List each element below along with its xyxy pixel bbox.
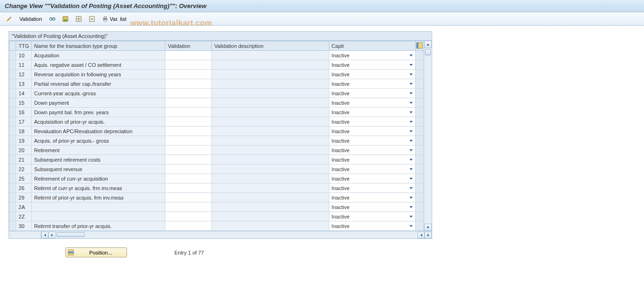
cell-validation[interactable] xyxy=(165,98,212,108)
col-desc[interactable]: Validation description xyxy=(212,41,329,51)
dropdown-arrow-icon[interactable] xyxy=(408,109,414,115)
row-selector[interactable] xyxy=(9,98,16,108)
row-selector[interactable] xyxy=(9,79,16,89)
cell-validation[interactable] xyxy=(165,146,212,155)
dropdown-arrow-icon[interactable] xyxy=(408,194,414,201)
scroll-thumb[interactable] xyxy=(425,49,431,55)
row-selector[interactable] xyxy=(9,212,16,221)
cell-validation[interactable] xyxy=(165,79,212,89)
row-selector[interactable] xyxy=(9,221,16,231)
select-all-button[interactable] xyxy=(73,14,84,24)
cell-capit[interactable]: Inactive xyxy=(329,212,415,221)
dropdown-arrow-icon[interactable] xyxy=(408,128,414,134)
col-validation[interactable]: Validation xyxy=(165,41,212,51)
hscroll-thumb[interactable] xyxy=(56,232,85,237)
dropdown-arrow-icon[interactable] xyxy=(408,90,414,96)
row-selector[interactable] xyxy=(9,108,16,117)
scroll-right-button[interactable] xyxy=(425,232,432,238)
cell-capit[interactable]: Inactive xyxy=(329,127,415,136)
scroll-right-near-button[interactable] xyxy=(48,232,55,238)
other-entry-button[interactable] xyxy=(46,14,58,24)
horizontal-scrollbar[interactable] xyxy=(9,231,432,238)
col-capit[interactable]: Capit xyxy=(329,41,415,51)
row-selector[interactable] xyxy=(9,60,16,70)
scroll-up-button[interactable] xyxy=(424,41,432,48)
cell-capit[interactable]: Inactive xyxy=(329,155,415,164)
dropdown-arrow-icon[interactable] xyxy=(408,156,414,163)
dropdown-arrow-icon[interactable] xyxy=(408,223,414,229)
cell-capit[interactable]: Inactive xyxy=(329,98,415,108)
cell-capit[interactable]: Inactive xyxy=(329,174,415,183)
dropdown-arrow-icon[interactable] xyxy=(408,175,414,182)
dropdown-arrow-icon[interactable] xyxy=(408,166,414,172)
dropdown-arrow-icon[interactable] xyxy=(408,147,414,153)
cell-capit[interactable]: Inactive xyxy=(329,89,415,98)
validation-button[interactable]: Validation xyxy=(17,14,45,24)
dropdown-arrow-icon[interactable] xyxy=(408,185,414,191)
dropdown-arrow-icon[interactable] xyxy=(408,119,414,125)
cell-validation[interactable] xyxy=(165,60,212,70)
cell-validation[interactable] xyxy=(165,155,212,164)
cell-validation[interactable] xyxy=(165,51,212,60)
save-button[interactable] xyxy=(60,14,71,24)
row-selector[interactable] xyxy=(9,70,16,79)
cell-capit[interactable]: Inactive xyxy=(329,51,415,60)
row-selector[interactable] xyxy=(9,164,16,174)
dropdown-arrow-icon[interactable] xyxy=(408,213,414,219)
position-button[interactable]: Position... xyxy=(65,247,127,257)
cell-capit[interactable]: Inactive xyxy=(329,183,415,193)
cell-capit[interactable]: Inactive xyxy=(329,193,415,202)
cell-capit[interactable]: Inactive xyxy=(329,70,415,79)
row-selector[interactable] xyxy=(9,183,16,193)
deselect-all-button[interactable] xyxy=(86,14,98,24)
cell-validation[interactable] xyxy=(165,70,212,79)
cell-validation[interactable] xyxy=(165,202,212,212)
vertical-scrollbar[interactable] xyxy=(424,41,432,231)
cell-validation[interactable] xyxy=(165,108,212,117)
scroll-left-button[interactable] xyxy=(41,232,48,238)
table-config-button[interactable] xyxy=(415,41,424,51)
cell-validation[interactable] xyxy=(165,212,212,221)
cell-validation[interactable] xyxy=(165,221,212,231)
cell-capit[interactable]: Inactive xyxy=(329,221,415,231)
scroll-left-far-button[interactable] xyxy=(417,232,425,238)
dropdown-arrow-icon[interactable] xyxy=(408,100,414,106)
dropdown-arrow-icon[interactable] xyxy=(408,52,414,58)
dropdown-arrow-icon[interactable] xyxy=(408,71,414,77)
cell-validation[interactable] xyxy=(165,89,212,98)
cell-validation[interactable] xyxy=(165,136,212,146)
row-selector[interactable] xyxy=(9,193,16,202)
cell-validation[interactable] xyxy=(165,193,212,202)
scroll-down-button[interactable] xyxy=(424,224,432,231)
print-button[interactable]: Var. list xyxy=(100,14,129,24)
row-selector[interactable] xyxy=(9,146,16,155)
row-selector[interactable] xyxy=(9,202,16,212)
cell-validation[interactable] xyxy=(165,174,212,183)
dropdown-arrow-icon[interactable] xyxy=(408,81,414,87)
col-name[interactable]: Name for the transaction type group xyxy=(32,41,165,51)
row-selector[interactable] xyxy=(9,174,16,183)
row-selector[interactable] xyxy=(9,117,16,127)
dropdown-arrow-icon[interactable] xyxy=(408,62,414,68)
col-selector[interactable] xyxy=(9,41,16,51)
row-selector[interactable] xyxy=(9,127,16,136)
dropdown-arrow-icon[interactable] xyxy=(408,137,414,144)
cell-capit[interactable]: Inactive xyxy=(329,202,415,212)
cell-capit[interactable]: Inactive xyxy=(329,117,415,127)
cell-capit[interactable]: Inactive xyxy=(329,146,415,155)
cell-capit[interactable]: Inactive xyxy=(329,164,415,174)
row-selector[interactable] xyxy=(9,51,16,60)
cell-validation[interactable] xyxy=(165,183,212,193)
row-selector[interactable] xyxy=(9,155,16,164)
row-selector[interactable] xyxy=(9,136,16,146)
cell-capit[interactable]: Inactive xyxy=(329,79,415,89)
dropdown-arrow-icon[interactable] xyxy=(408,204,414,210)
cell-validation[interactable] xyxy=(165,164,212,174)
cell-capit[interactable]: Inactive xyxy=(329,60,415,70)
col-ttg[interactable]: TTG xyxy=(16,41,32,51)
row-selector[interactable] xyxy=(9,89,16,98)
cell-validation[interactable] xyxy=(165,117,212,127)
cell-capit[interactable]: Inactive xyxy=(329,136,415,146)
cell-capit[interactable]: Inactive xyxy=(329,108,415,117)
cell-validation[interactable] xyxy=(165,127,212,136)
